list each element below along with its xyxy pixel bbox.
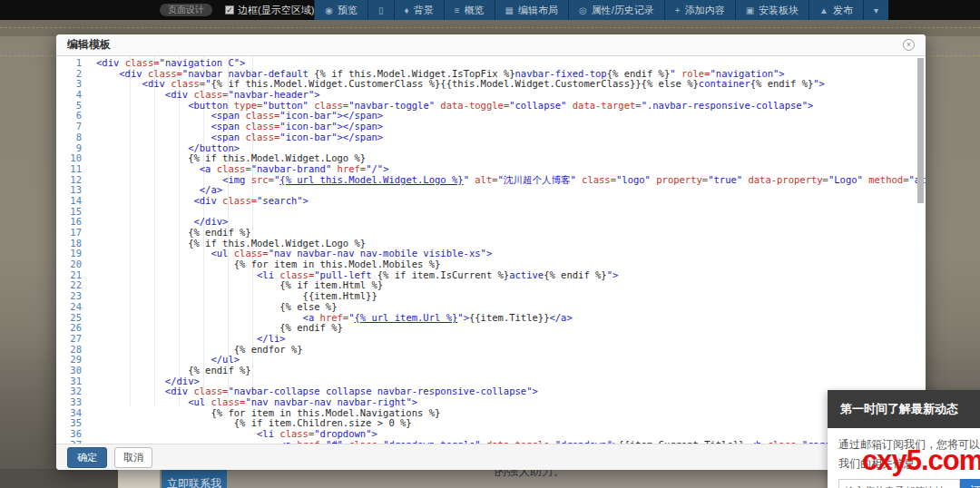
line-number: 11: [56, 164, 89, 175]
subscribe-title: 第一时间了解最新动态: [828, 390, 980, 428]
add-content-button[interactable]: + 添加内容: [664, 0, 735, 20]
code-line: 33 <ul class="nav navbar-nav navbar-righ…: [56, 397, 926, 408]
line-number: 20: [56, 259, 89, 270]
code-editor-wrap: 1<div class="navigation C">2 <div class=…: [56, 56, 926, 444]
module-icon: ▣: [746, 5, 754, 15]
line-number: 4: [56, 90, 89, 101]
upload-icon: ▲: [819, 5, 828, 15]
line-number: 27: [56, 334, 89, 345]
line-number: 3: [56, 79, 89, 90]
target-icon: ◎: [579, 5, 587, 15]
edit-layout-button[interactable]: ▦ 编辑布局: [495, 0, 568, 20]
border-checkbox-label: 边框(显示空区域): [238, 4, 314, 17]
line-number: 8: [56, 132, 89, 143]
line-number: 17: [56, 228, 89, 239]
background-button[interactable]: ♦ 背景: [394, 0, 444, 20]
line-number: 1: [56, 58, 89, 69]
close-icon[interactable]: ×: [903, 39, 915, 51]
line-number: 5: [56, 101, 89, 112]
backdrop-dashed-line: [0, 27, 980, 28]
code-scrollbar-thumb[interactable]: [917, 58, 924, 203]
add-content-label: 添加内容: [685, 4, 725, 17]
publish-button[interactable]: ▲ 发布: [808, 0, 863, 20]
line-number: 33: [56, 397, 89, 408]
properties-history-button[interactable]: ◎ 属性/历史记录: [568, 0, 664, 20]
contact-me-button[interactable]: 立即联系我: [162, 468, 227, 488]
toolbar-button-group: ◉ 预览 ▯ ♦ 背景 ≡ 概览 ▦ 编辑布局 ◎ 属性/历史记录: [314, 0, 888, 20]
overview-label: 概览: [465, 4, 485, 17]
ok-button[interactable]: 确定: [67, 447, 107, 468]
line-number: 36: [56, 429, 89, 440]
install-module-button[interactable]: ▣ 安装板块: [735, 0, 808, 20]
cancel-button[interactable]: 取消: [114, 447, 152, 468]
line-number: 37: [56, 440, 89, 444]
overview-button[interactable]: ≡ 概览: [444, 0, 495, 20]
checkbox-checked-icon[interactable]: ✓: [225, 5, 234, 15]
line-number: 2: [56, 69, 89, 80]
publish-label: 发布: [833, 4, 853, 17]
grid-icon: ▦: [505, 5, 514, 15]
properties-history-label: 属性/历史记录: [592, 4, 654, 17]
plus-icon: +: [675, 5, 681, 15]
more-dropdown-button[interactable]: ▾: [863, 0, 888, 20]
watermark: cxy5.com: [862, 444, 980, 477]
line-number: 14: [56, 196, 89, 207]
preview-label: 预览: [338, 4, 358, 17]
edit-template-modal: 编辑模板 × 1<div class="navigation C">2 <div…: [56, 34, 926, 470]
background-label: 背景: [414, 4, 434, 17]
edit-layout-label: 编辑布局: [518, 4, 558, 17]
modal-footer: 确定 取消: [56, 444, 926, 470]
mobile-view-button[interactable]: ▯: [368, 0, 394, 20]
email-input[interactable]: [838, 479, 960, 488]
screen: 页面设计 ✓ 边框(显示空区域) ◉ 预览 ▯ ♦ 背景 ≡ 概览 ▦: [0, 0, 980, 488]
line-number: 30: [56, 366, 89, 376]
code-line: 27 </li>: [56, 334, 926, 345]
list-icon: ≡: [455, 5, 460, 15]
top-toolbar: 页面设计 ✓ 边框(显示空区域) ◉ 预览 ▯ ♦ 背景 ≡ 概览 ▦: [0, 0, 980, 20]
code-line: 14 <div class="search">: [56, 196, 926, 207]
subscribe-button[interactable]: 订阅: [960, 479, 980, 488]
install-module-label: 安装板块: [759, 4, 799, 17]
backdrop-bottom-left: [0, 469, 118, 488]
preview-button[interactable]: ◉ 预览: [314, 0, 368, 20]
chevron-down-icon: ▾: [874, 5, 878, 15]
line-number: 6: [56, 111, 89, 122]
code-editor[interactable]: 1<div class="navigation C">2 <div class=…: [56, 56, 926, 444]
code-line: 8 <span class="icon-bar"></span>: [56, 132, 926, 143]
page-design-badge[interactable]: 页面设计: [160, 4, 212, 16]
modal-title-bar: 编辑模板 ×: [56, 34, 926, 56]
border-checkbox[interactable]: ✓ 边框(显示空区域): [225, 4, 314, 17]
modal-title: 编辑模板: [67, 37, 111, 53]
code-line: 37 <a href="#" class="dropdown-toggle" d…: [56, 440, 926, 444]
code-line: 17 {% endif %}: [56, 228, 926, 239]
eye-icon: ◉: [325, 5, 333, 15]
line-number: 24: [56, 302, 89, 313]
droplet-icon: ♦: [405, 5, 409, 15]
line-number: 7: [56, 122, 89, 132]
backdrop-bottom-strip: [118, 469, 160, 488]
phone-icon: ▯: [378, 5, 384, 15]
